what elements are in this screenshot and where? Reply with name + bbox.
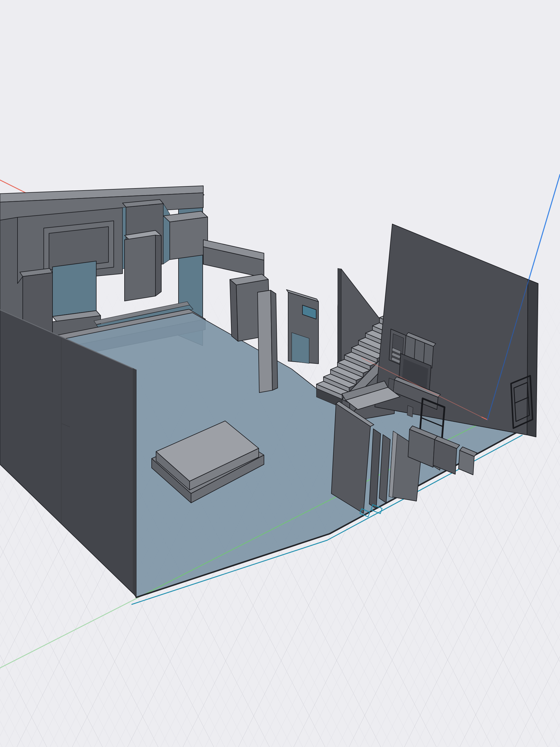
teal-gap-sliver-2: [163, 204, 170, 264]
support-column-front[interactable]: [258, 290, 273, 393]
open-shelf-niche[interactable]: [52, 261, 96, 316]
scene-canvas[interactable]: [0, 0, 560, 747]
upper-box-front[interactable]: [170, 217, 208, 260]
wall-right-sliver: [133, 368, 136, 596]
mid-box-front[interactable]: [125, 235, 155, 301]
mid-box-side[interactable]: [155, 235, 161, 296]
cad-3d-viewport[interactable]: [0, 0, 560, 747]
lowboard-foot: [407, 406, 413, 417]
window-niche-panel[interactable]: [286, 290, 319, 364]
